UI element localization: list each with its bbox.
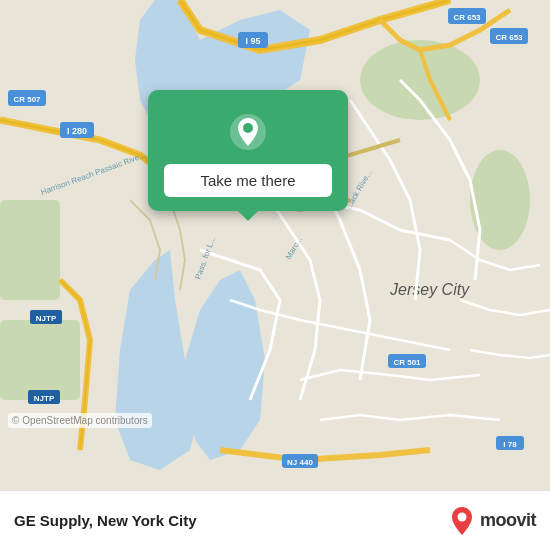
svg-text:CR 653: CR 653	[495, 33, 523, 42]
svg-text:NJ 440: NJ 440	[287, 458, 313, 467]
svg-text:NJTP: NJTP	[36, 314, 57, 323]
take-me-there-button[interactable]: Take me there	[164, 164, 332, 197]
svg-text:CR 653: CR 653	[453, 13, 481, 22]
bottom-bar: GE Supply, New York City moovit	[0, 490, 550, 550]
svg-rect-2	[0, 320, 80, 400]
moovit-text: moovit	[480, 510, 536, 531]
location-name: GE Supply, New York City	[14, 512, 197, 529]
bottom-left: GE Supply, New York City	[14, 512, 197, 529]
svg-point-32	[457, 512, 466, 521]
popup-card: Take me there	[148, 90, 348, 211]
location-pin-icon	[226, 110, 270, 154]
moovit-logo[interactable]: moovit	[448, 505, 536, 537]
svg-text:I 95: I 95	[245, 36, 260, 46]
svg-text:NJTP: NJTP	[34, 394, 55, 403]
svg-text:Jersey City: Jersey City	[389, 281, 470, 298]
svg-rect-1	[0, 200, 60, 300]
osm-credit: © OpenStreetMap contributors	[8, 413, 152, 428]
moovit-pin-icon	[448, 505, 476, 537]
svg-text:CR 501: CR 501	[393, 358, 421, 367]
svg-text:I 280: I 280	[67, 126, 87, 136]
svg-text:CR 507: CR 507	[13, 95, 41, 104]
location-city-text: New York City	[97, 512, 196, 529]
location-name-text: GE Supply,	[14, 512, 93, 529]
svg-point-31	[243, 123, 253, 133]
map-container: I 95 I 280 CR 507 CR 653 CR 653 NJTP NJT…	[0, 0, 550, 490]
app: I 95 I 280 CR 507 CR 653 CR 653 NJTP NJT…	[0, 0, 550, 550]
svg-text:I 78: I 78	[503, 440, 517, 449]
